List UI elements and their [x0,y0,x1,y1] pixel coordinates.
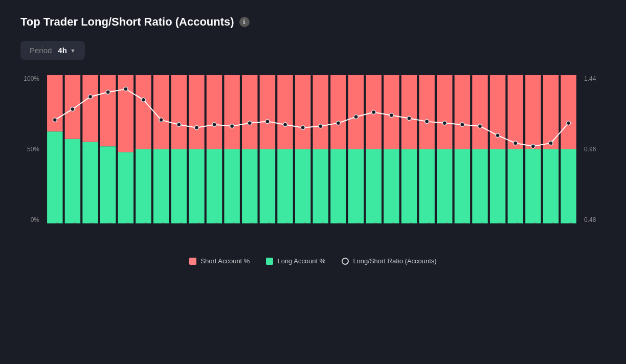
page-title: Top Trader Long/Short Ratio (Accounts) [20,15,234,29]
chart-container: 100% 50% 0% 1.44 0.96 0.48 [20,75,606,249]
legend-short-account: Short Account % [189,257,250,265]
long-account-label: Long Account % [277,257,325,265]
legend-long-account: Long Account % [266,257,325,265]
period-value: 4h ▼ [58,46,75,55]
ratio-label: Long/Short Ratio (Accounts) [353,257,436,265]
long-account-color [266,258,273,265]
short-account-color [189,258,196,265]
chevron-down-icon: ▼ [70,48,76,54]
title-row: Top Trader Long/Short Ratio (Accounts) ℹ [20,15,606,29]
y-axis-left: 100% 50% 0% [20,75,43,223]
ratio-circle [342,258,349,265]
chart-canvas [46,75,577,223]
legend: Short Account % Long Account % Long/Shor… [20,257,606,265]
legend-ratio: Long/Short Ratio (Accounts) [342,257,436,265]
y-axis-right: 1.44 0.96 0.48 [580,75,606,223]
short-account-label: Short Account % [200,257,250,265]
period-label: Period [30,46,52,55]
info-icon[interactable]: ℹ [239,17,250,27]
period-selector[interactable]: Period 4h ▼ [20,41,85,60]
